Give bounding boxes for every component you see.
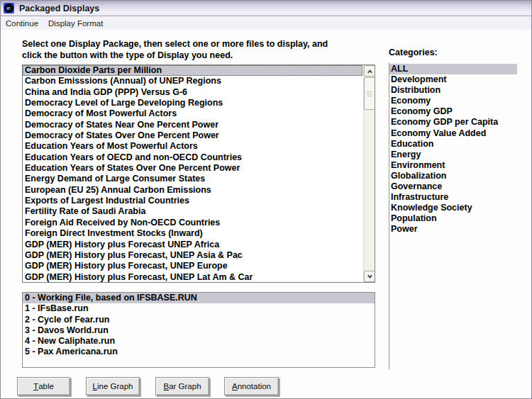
line-graph-button[interactable]: Line Graph [86, 377, 140, 395]
package-list-item[interactable]: China and India GDP (PPP) Versus G-6 [23, 87, 362, 98]
package-list[interactable]: Carbon Dioxide Parts per Million Carbon … [22, 64, 375, 283]
instructions-text: Select one Display Package, then select … [22, 39, 387, 61]
categories-label: Categories: [389, 47, 438, 57]
package-list-item[interactable]: Democracy of States Near One Percent Pow… [23, 120, 362, 130]
package-list-item[interactable]: Education Years of States Over One Perce… [23, 163, 362, 174]
packaged-displays-window: IF. Packaged Displays Continue Display F… [0, 0, 532, 399]
package-list-item[interactable]: Exports of Largest Industrial Countries [23, 196, 362, 206]
thumb-grip-icon [367, 91, 372, 96]
package-list-item[interactable]: Education Years of Most Powerful Actors [23, 141, 362, 152]
annotation-button[interactable]: Annotation [224, 377, 279, 395]
package-list-item[interactable]: GDP (MER) History plus Forecast, UNEP La… [23, 272, 362, 283]
package-list-item[interactable]: Democracy of Most Powerful Actors [23, 108, 362, 119]
table-button[interactable]: Table [17, 377, 70, 395]
category-item[interactable]: Globalization [389, 171, 517, 181]
category-item[interactable]: ALL [389, 64, 517, 74]
ifs-app-icon: IF. [4, 3, 14, 13]
category-item[interactable]: Population [389, 213, 517, 224]
menu-display-format[interactable]: Display Format [43, 18, 108, 29]
chevron-up-icon [367, 69, 372, 74]
category-item[interactable]: Distribution [389, 85, 517, 96]
package-list-item[interactable]: Carbon Dioxide Parts per Million [23, 65, 362, 76]
content-area: Select one Display Package, then select … [1, 30, 531, 398]
category-item[interactable]: Economy [389, 96, 517, 106]
package-list-item[interactable]: GDP (MER) History plus Forecast, UNEP Eu… [23, 261, 362, 271]
chevron-down-icon [367, 273, 372, 278]
ifs-logo-icon: IF. [4, 4, 13, 13]
run-file-item[interactable]: 0 - Working File, based on IFSBASE.RUN [23, 293, 375, 303]
run-file-item[interactable]: 1 - IFsBase.run [23, 303, 375, 314]
menu-bar: Continue Display Format [1, 17, 531, 30]
category-item[interactable]: Economy Value Added [389, 128, 517, 139]
package-list-item[interactable]: Foreign Aid Received by Non-OECD Countri… [23, 218, 362, 228]
package-list-item[interactable]: GDP (MER) History plus Forecast UNEP Afr… [23, 240, 362, 250]
package-list-item[interactable]: European (EU 25) Annual Carbon Emissions [23, 185, 362, 196]
category-item[interactable]: Economy GDP per Capita [389, 117, 517, 128]
scroll-thumb[interactable] [364, 77, 375, 110]
category-item[interactable]: Development [389, 74, 517, 85]
menu-continue[interactable]: Continue [1, 18, 43, 29]
package-list-item[interactable]: Democracy of States Over One Percent Pow… [23, 130, 362, 141]
window-title: Packaged Displays [19, 4, 99, 13]
run-file-list[interactable]: 0 - Working File, based on IFSBASE.RUN 1… [22, 292, 375, 368]
category-item[interactable]: Environment [389, 160, 517, 171]
category-item[interactable]: Governance [389, 181, 517, 192]
run-file-item[interactable]: 3 - Davos World.run [23, 325, 375, 336]
instructions-line-1: Select one Display Package, then select … [22, 39, 387, 50]
bar-graph-button[interactable]: Bar Graph [155, 377, 209, 395]
instructions-line-2: click the button with the type of Displa… [22, 50, 387, 62]
package-list-item[interactable]: Education Years of OECD and non-OECD Cou… [23, 152, 362, 163]
package-list-item[interactable]: Fertility Rate of Saudi Arabia [23, 206, 362, 217]
package-list-item[interactable]: Carbon Emisssions (Annual) of UNEP Regio… [23, 76, 362, 86]
run-file-item[interactable]: 4 - New Caliphate.run [23, 336, 375, 347]
run-file-item[interactable]: 5 - Pax Americana.run [23, 347, 375, 357]
scroll-up-button[interactable] [364, 65, 375, 77]
package-list-item[interactable]: Energy Demand of Large Consumer States [23, 174, 362, 184]
category-item[interactable]: Infrastructure [389, 192, 517, 203]
package-list-scrollbar[interactable] [363, 65, 375, 282]
package-list-item[interactable]: Foreign Direct Investment Stocks (Inward… [23, 228, 362, 239]
package-list-item[interactable]: Democracy Level of Large Developing Regi… [23, 98, 362, 108]
category-item[interactable]: Economy GDP [389, 106, 517, 117]
run-file-item[interactable]: 2 - Cycle of Fear.run [23, 315, 375, 325]
category-item[interactable]: Power [389, 224, 517, 235]
scroll-down-button[interactable] [364, 271, 375, 282]
title-bar: IF. Packaged Displays [1, 1, 531, 16]
category-item[interactable]: Energy [389, 150, 517, 160]
package-list-item[interactable]: GDP (MER) History plus Forecast, UNEP As… [23, 250, 362, 261]
category-item[interactable]: Education [389, 139, 517, 150]
categories-list[interactable]: ALL Development Distribution Economy Eco… [389, 62, 517, 369]
category-item[interactable]: Knowledge Society [389, 203, 517, 213]
